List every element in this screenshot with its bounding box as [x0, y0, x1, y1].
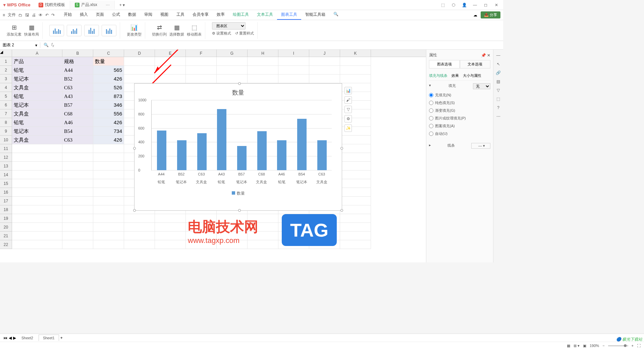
cell[interactable]: 346	[93, 101, 124, 109]
cell[interactable]: C63	[62, 136, 93, 144]
cell[interactable]	[155, 214, 186, 223]
cell[interactable]	[186, 57, 217, 66]
cell[interactable]	[248, 74, 278, 83]
minimize-icon[interactable]: —	[472, 3, 478, 7]
cell[interactable]: 文具盒	[12, 109, 62, 118]
open-icon[interactable]: 🗀	[18, 13, 22, 17]
cell[interactable]: 565	[93, 66, 124, 74]
row-header[interactable]: 13	[0, 162, 12, 170]
cell[interactable]	[278, 57, 309, 66]
chart-area-select[interactable]: 图表区	[212, 22, 246, 30]
menu-icon[interactable]: ≡	[3, 13, 5, 17]
row-header[interactable]: 8	[0, 118, 12, 127]
filter-icon[interactable]: ▽	[497, 88, 500, 93]
chart-filter-icon[interactable]: ▽	[344, 106, 352, 113]
cell[interactable]	[340, 197, 371, 205]
link-icon[interactable]: 🔗	[496, 70, 501, 75]
save-icon[interactable]: 🖫	[25, 13, 29, 17]
cell[interactable]	[340, 57, 371, 66]
col-header[interactable]: J	[309, 50, 340, 57]
chart-elements-icon[interactable]: 📊	[344, 87, 352, 94]
chart-bar[interactable]	[197, 133, 207, 170]
chart-bar[interactable]	[257, 131, 267, 170]
chart-container[interactable]: 数量 02004006008001000 A44B52C63A43B57C68A…	[134, 83, 342, 211]
cell[interactable]	[340, 179, 371, 188]
tab-template[interactable]: D 找稻壳模板	[34, 1, 70, 9]
col-header[interactable]: A	[12, 50, 62, 57]
cell[interactable]: 产品	[12, 57, 62, 66]
cell[interactable]	[62, 232, 93, 240]
cell[interactable]	[340, 74, 371, 83]
col-header[interactable]: B	[62, 50, 93, 57]
cell[interactable]: 文具盒	[12, 83, 62, 92]
cell[interactable]: B52	[62, 74, 93, 83]
row-header[interactable]: 11	[0, 144, 12, 153]
cell[interactable]	[93, 205, 124, 214]
row-header[interactable]: 9	[0, 127, 12, 136]
cell[interactable]	[93, 240, 124, 249]
cell[interactable]	[93, 162, 124, 170]
reset-style-button[interactable]: ↺ 重置样式	[235, 31, 254, 36]
chart-style-1[interactable]	[49, 25, 64, 36]
cell[interactable]	[62, 153, 93, 162]
cell[interactable]	[340, 232, 371, 240]
props-tab-text[interactable]: 文本选项	[460, 60, 491, 68]
row-header[interactable]: 1	[0, 57, 12, 66]
cell[interactable]: C63	[62, 83, 93, 92]
cell[interactable]	[93, 232, 124, 240]
row-header[interactable]: 21	[0, 232, 12, 240]
print-icon[interactable]: 🖨	[32, 13, 36, 17]
redo-icon[interactable]: ↷	[51, 13, 55, 17]
opt-none[interactable]: 无填充(N)	[429, 91, 490, 99]
chart-bar[interactable]	[297, 119, 307, 170]
cell[interactable]	[124, 214, 155, 223]
cell[interactable]	[340, 153, 371, 162]
chart-bar[interactable]	[157, 131, 166, 170]
cloud-icon[interactable]: ☁	[473, 13, 477, 17]
col-header[interactable]: I	[278, 50, 309, 57]
cell[interactable]: A44	[62, 66, 93, 74]
quick-layout-button[interactable]: ▦快速布局	[24, 24, 39, 37]
cell[interactable]	[340, 170, 371, 179]
cell[interactable]	[62, 170, 93, 179]
cell[interactable]: 426	[93, 136, 124, 144]
cell[interactable]	[309, 57, 340, 66]
col-header[interactable]: K	[340, 50, 371, 57]
opt-solid[interactable]: 纯色填充(S)	[429, 99, 490, 107]
row-header[interactable]: 15	[0, 179, 12, 188]
row-header[interactable]: 7	[0, 109, 12, 118]
cell[interactable]	[93, 179, 124, 188]
cube-icon[interactable]: ⬚	[439, 3, 446, 7]
switch-rc-button[interactable]: ⇄切换行列	[152, 24, 167, 37]
subtab-size[interactable]: 大小与属性	[463, 73, 481, 78]
select-data-button[interactable]: ▦选择数据	[169, 24, 184, 37]
preview-icon[interactable]: 👁	[39, 13, 43, 17]
cell[interactable]: 426	[93, 118, 124, 127]
close-panel-icon[interactable]: ✕	[487, 53, 490, 58]
cell[interactable]: 873	[93, 92, 124, 101]
row-header[interactable]: 19	[0, 214, 12, 223]
cell[interactable]	[62, 144, 93, 153]
cell[interactable]: 笔记本	[12, 127, 62, 136]
cell[interactable]	[217, 66, 248, 74]
menu-review[interactable]: 审阅	[140, 10, 156, 20]
cell[interactable]	[62, 214, 93, 223]
add-element-button[interactable]: ⊞添加元素	[7, 24, 21, 37]
cell[interactable]	[12, 240, 62, 249]
maximize-icon[interactable]: ◻	[482, 3, 489, 7]
cell[interactable]	[93, 144, 124, 153]
row-header[interactable]: 10	[0, 136, 12, 144]
cell[interactable]	[12, 188, 62, 197]
cell[interactable]	[278, 74, 309, 83]
cell[interactable]	[93, 188, 124, 197]
chart-bar[interactable]	[177, 140, 186, 170]
cell[interactable]	[309, 66, 340, 74]
chart-style-4[interactable]	[102, 25, 116, 36]
opt-auto[interactable]: 自动(U)	[429, 130, 490, 138]
menu-page[interactable]: 页面	[92, 10, 108, 20]
cell[interactable]	[93, 197, 124, 205]
undo-icon[interactable]: ↶	[45, 13, 49, 17]
cell[interactable]	[62, 162, 93, 170]
tab-menu-icon[interactable]: ⋯	[106, 3, 110, 7]
menu-insert[interactable]: 插入	[76, 10, 92, 20]
